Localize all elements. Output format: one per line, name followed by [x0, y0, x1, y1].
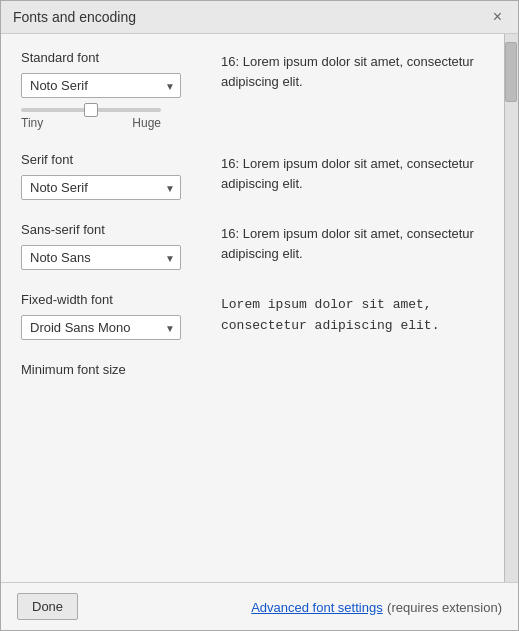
sans-serif-font-section: Sans-serif font Noto Sans Arial Helvetic… [21, 222, 484, 270]
fonts-encoding-dialog: Fonts and encoding × Standard font Noto … [0, 0, 519, 631]
slider-max-label: Huge [132, 116, 161, 130]
sans-serif-font-label: Sans-serif font [21, 222, 221, 237]
fixed-width-font-select[interactable]: Droid Sans Mono Courier New Consolas [21, 315, 181, 340]
min-font-size-label: Minimum font size [21, 362, 484, 377]
fixed-width-font-preview-text: Lorem ipsum dolor sit amet,consectetur a… [221, 297, 439, 333]
sans-serif-font-select[interactable]: Noto Sans Arial Helvetica [21, 245, 181, 270]
standard-font-preview-text: 16: Lorem ipsum dolor sit amet, consecte… [221, 54, 474, 89]
advanced-note: (requires extension) [387, 600, 502, 615]
scrollbar-track[interactable] [504, 34, 518, 582]
main-content: Standard font Noto Serif Arial Georgia ▼ [1, 34, 504, 582]
serif-font-preview-text: 16: Lorem ipsum dolor sit amet, consecte… [221, 156, 474, 191]
fixed-width-font-select-wrapper: Droid Sans Mono Courier New Consolas ▼ [21, 315, 181, 340]
slider-container: Tiny Huge [21, 108, 221, 130]
serif-font-left: Serif font Noto Serif Arial Georgia ▼ [21, 152, 221, 200]
serif-font-section: Serif font Noto Serif Arial Georgia ▼ 16… [21, 152, 484, 200]
content-area: Standard font Noto Serif Arial Georgia ▼ [1, 34, 518, 582]
dialog-footer: Done Advanced font settings (requires ex… [1, 582, 518, 630]
sans-serif-font-preview-text: 16: Lorem ipsum dolor sit amet, consecte… [221, 226, 474, 261]
serif-font-select-wrapper: Noto Serif Arial Georgia ▼ [21, 175, 181, 200]
serif-font-label: Serif font [21, 152, 221, 167]
standard-font-preview: 16: Lorem ipsum dolor sit amet, consecte… [221, 50, 484, 91]
sans-serif-font-select-wrapper: Noto Sans Arial Helvetica ▼ [21, 245, 181, 270]
slider-min-label: Tiny [21, 116, 43, 130]
close-button[interactable]: × [489, 9, 506, 25]
standard-font-left: Standard font Noto Serif Arial Georgia ▼ [21, 50, 221, 130]
fixed-width-font-left: Fixed-width font Droid Sans Mono Courier… [21, 292, 221, 340]
serif-font-select[interactable]: Noto Serif Arial Georgia [21, 175, 181, 200]
standard-font-select-wrapper: Noto Serif Arial Georgia ▼ [21, 73, 181, 98]
advanced-link-area: Advanced font settings (requires extensi… [251, 598, 502, 616]
fixed-width-font-section: Fixed-width font Droid Sans Mono Courier… [21, 292, 484, 340]
sans-serif-font-preview: 16: Lorem ipsum dolor sit amet, consecte… [221, 222, 484, 263]
font-size-slider-thumb[interactable] [84, 103, 98, 117]
done-button[interactable]: Done [17, 593, 78, 620]
font-size-slider-track[interactable] [21, 108, 161, 112]
scrollbar-thumb[interactable] [505, 42, 517, 102]
dialog-header: Fonts and encoding × [1, 1, 518, 34]
sans-serif-font-left: Sans-serif font Noto Sans Arial Helvetic… [21, 222, 221, 270]
dialog-title: Fonts and encoding [13, 9, 136, 25]
serif-font-preview: 16: Lorem ipsum dolor sit amet, consecte… [221, 152, 484, 193]
fixed-width-font-label: Fixed-width font [21, 292, 221, 307]
advanced-font-settings-link[interactable]: Advanced font settings [251, 600, 383, 615]
fixed-width-font-preview: Lorem ipsum dolor sit amet,consectetur a… [221, 292, 484, 335]
standard-font-select[interactable]: Noto Serif Arial Georgia [21, 73, 181, 98]
min-font-size-section: Minimum font size [21, 362, 484, 377]
standard-font-section: Standard font Noto Serif Arial Georgia ▼ [21, 50, 484, 130]
standard-font-label: Standard font [21, 50, 221, 65]
slider-labels: Tiny Huge [21, 116, 161, 130]
